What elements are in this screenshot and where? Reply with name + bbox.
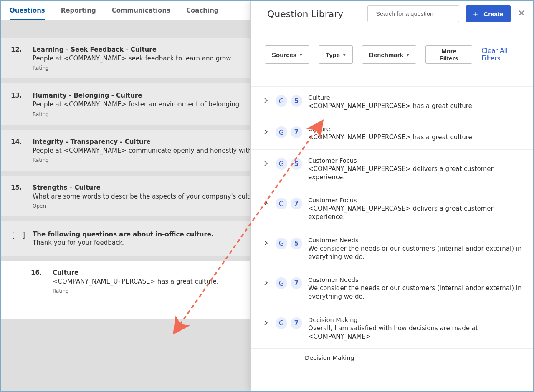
expand-toggle[interactable]: [264, 97, 270, 105]
chevron-right-icon: [264, 129, 268, 134]
chevron-right-icon: [264, 98, 268, 103]
library-item-category: Customer Focus: [308, 197, 523, 204]
expand-toggle[interactable]: [264, 160, 270, 168]
source-badge: G: [276, 158, 287, 170]
chevron-right-icon: [264, 201, 268, 206]
filter-type[interactable]: Type▾: [319, 45, 353, 64]
create-button[interactable]: ＋ Create: [466, 5, 511, 22]
library-item-text: We consider the needs or our customers (…: [308, 284, 523, 301]
scale-badge: 5: [291, 158, 302, 170]
scale-badge: 7: [291, 198, 302, 209]
library-item[interactable]: G 7 Decision Making Overall, I am satisf…: [251, 309, 533, 349]
question-number: 16.: [11, 269, 53, 294]
section-icon: [ ]: [11, 231, 33, 246]
filter-sources[interactable]: Sources▾: [265, 45, 309, 64]
source-badge: G: [276, 317, 287, 329]
question-number: 15.: [11, 184, 33, 209]
expand-toggle[interactable]: [264, 199, 270, 207]
library-item-text: Overall, I am satisfied with how decisio…: [308, 324, 523, 341]
scale-badge: 5: [291, 238, 302, 249]
library-item[interactable]: G 7 Customer Needs We consider the needs…: [251, 269, 533, 309]
filter-benchmark[interactable]: Benchmark▾: [362, 45, 416, 64]
question-number: 14.: [11, 138, 33, 163]
svg-point-0: [372, 14, 372, 14]
library-item-category: Decision Making: [308, 317, 523, 323]
library-item-partial-top: [251, 75, 533, 87]
library-item-text: <COMPANY_NAME_UPPERCASE> has a great cul…: [308, 102, 523, 110]
create-button-label: Create: [483, 10, 503, 18]
library-list: G 5 Culture <COMPANY_NAME_UPPERCASE> has…: [251, 75, 533, 391]
filter-bar: Sources▾ Type▾ Benchmark▾ More Filters C…: [251, 27, 533, 75]
tab-reporting[interactable]: Reporting: [61, 1, 96, 20]
library-item[interactable]: G 5 Customer Focus <COMPANY_NAME_UPPERCA…: [251, 150, 533, 190]
library-item[interactable]: G 5 Customer Needs We consider the needs…: [251, 229, 533, 269]
library-item[interactable]: G 5 Culture <COMPANY_NAME_UPPERCASE> has…: [251, 87, 533, 118]
library-item-text: We consider the needs or our customers (…: [308, 244, 523, 261]
drawer-header: Question Library ＋ Create: [251, 1, 533, 27]
source-badge: G: [276, 95, 287, 107]
library-item[interactable]: G 7 Customer Focus <COMPANY_NAME_UPPERCA…: [251, 189, 533, 229]
source-badge: G: [276, 198, 287, 209]
library-item-category: Customer Focus: [308, 157, 523, 164]
scale-badge: 7: [291, 126, 302, 138]
clear-all-filters-link[interactable]: Clear All Filters: [481, 47, 525, 62]
close-drawer-button[interactable]: [517, 10, 526, 18]
source-badge: G: [276, 238, 287, 249]
tab-questions[interactable]: Questions: [10, 1, 45, 20]
question-library-drawer: Question Library ＋ Create Sources▾ Type▾…: [250, 1, 533, 391]
drawer-title: Question Library: [267, 9, 343, 19]
library-item-category: Customer Needs: [308, 237, 523, 244]
question-number: 13.: [11, 92, 33, 117]
scale-badge: 7: [291, 277, 302, 289]
scale-badge: 5: [291, 95, 302, 107]
expand-toggle[interactable]: [264, 279, 270, 287]
expand-toggle[interactable]: [264, 319, 270, 327]
search-input-wrapper[interactable]: [367, 5, 459, 22]
section-subtitle: Thank you for your feedback.: [33, 239, 214, 246]
library-item-category: Culture: [308, 94, 523, 101]
library-item[interactable]: G 7 Culture <COMPANY_NAME_UPPERCASE> has…: [251, 118, 533, 149]
chevron-down-icon: ▾: [343, 52, 346, 58]
expand-toggle[interactable]: [264, 239, 270, 247]
search-icon: [372, 10, 372, 17]
tab-communications[interactable]: Communications: [112, 1, 170, 20]
tab-coaching[interactable]: Coaching: [186, 1, 219, 20]
chevron-right-icon: [264, 161, 268, 166]
chevron-right-icon: [264, 241, 268, 246]
section-title: The following questions are about in-off…: [33, 231, 214, 238]
chevron-down-icon: ▾: [300, 52, 302, 58]
library-item-category: Customer Needs: [308, 276, 523, 283]
close-icon: [518, 10, 525, 16]
library-item-partial-bottom: Decision Making: [251, 349, 533, 361]
library-item-category: Culture: [308, 126, 523, 132]
plus-icon: ＋: [472, 9, 479, 19]
library-item-text: <COMPANY_NAME_UPPERCASE> has a great cul…: [308, 133, 523, 141]
expand-toggle[interactable]: [264, 128, 270, 136]
source-badge: G: [276, 277, 287, 289]
library-item-text: <COMPANY_NAME_UPPERCASE> delivers a grea…: [308, 204, 523, 221]
search-input[interactable]: [376, 10, 455, 17]
chevron-right-icon: [264, 320, 268, 325]
source-badge: G: [276, 126, 287, 138]
chevron-right-icon: [264, 280, 268, 285]
scale-badge: 7: [291, 317, 302, 329]
library-item-text: <COMPANY_NAME_UPPERCASE> delivers a grea…: [308, 165, 523, 182]
chevron-down-icon: ▾: [407, 52, 409, 58]
question-number: 12.: [11, 46, 33, 71]
filter-more[interactable]: More Filters: [425, 45, 473, 64]
